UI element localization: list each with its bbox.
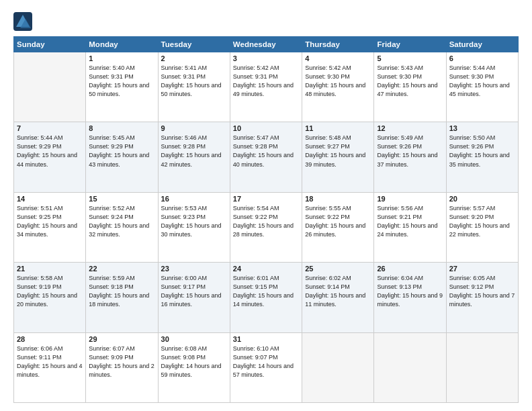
cell-content: Sunrise: 6:04 AM Sunset: 9:13 PM Dayligh… — [377, 274, 443, 309]
day-number: 13 — [449, 124, 515, 132]
day-number: 26 — [377, 265, 443, 273]
calendar-cell: 24Sunrise: 6:01 AM Sunset: 9:15 PM Dayli… — [230, 263, 302, 332]
cell-content: Sunrise: 5:42 AM Sunset: 9:30 PM Dayligh… — [305, 64, 371, 99]
calendar-cell: 21Sunrise: 5:58 AM Sunset: 9:19 PM Dayli… — [14, 263, 86, 332]
cell-content: Sunrise: 5:50 AM Sunset: 9:26 PM Dayligh… — [449, 134, 515, 169]
calendar-cell: 28Sunrise: 6:06 AM Sunset: 9:11 PM Dayli… — [14, 332, 86, 402]
calendar-cell: 11Sunrise: 5:48 AM Sunset: 9:27 PM Dayli… — [302, 122, 374, 192]
cell-content: Sunrise: 6:02 AM Sunset: 9:14 PM Dayligh… — [305, 274, 371, 309]
day-number: 11 — [305, 124, 371, 132]
cell-content: Sunrise: 5:56 AM Sunset: 9:21 PM Dayligh… — [377, 204, 443, 239]
day-number: 9 — [161, 124, 227, 132]
calendar-cell: 20Sunrise: 5:57 AM Sunset: 9:20 PM Dayli… — [446, 192, 518, 262]
cell-content: Sunrise: 5:57 AM Sunset: 9:20 PM Dayligh… — [449, 204, 515, 239]
cell-content: Sunrise: 6:07 AM Sunset: 9:09 PM Dayligh… — [89, 345, 154, 379]
day-number: 31 — [233, 335, 299, 343]
day-number: 23 — [161, 265, 227, 273]
day-number: 5 — [377, 54, 443, 62]
cell-content: Sunrise: 5:49 AM Sunset: 9:26 PM Dayligh… — [377, 134, 443, 169]
cell-content: Sunrise: 6:00 AM Sunset: 9:17 PM Dayligh… — [161, 274, 227, 309]
calendar-cell: 30Sunrise: 6:08 AM Sunset: 9:08 PM Dayli… — [158, 332, 230, 402]
calendar-week-row: 7Sunrise: 5:44 AM Sunset: 9:29 PM Daylig… — [14, 122, 519, 192]
header — [13, 12, 519, 31]
day-number: 16 — [161, 195, 227, 203]
cell-content: Sunrise: 6:06 AM Sunset: 9:11 PM Dayligh… — [17, 345, 83, 379]
calendar-cell: 29Sunrise: 6:07 AM Sunset: 9:09 PM Dayli… — [86, 332, 158, 402]
day-number: 21 — [17, 265, 83, 273]
calendar-cell: 14Sunrise: 5:51 AM Sunset: 9:25 PM Dayli… — [14, 192, 86, 262]
day-number: 4 — [305, 54, 371, 62]
calendar-cell: 31Sunrise: 6:10 AM Sunset: 9:07 PM Dayli… — [230, 332, 302, 402]
day-number: 10 — [233, 124, 299, 132]
calendar-week-row: 1Sunrise: 5:40 AM Sunset: 9:31 PM Daylig… — [14, 52, 519, 122]
calendar-cell: 25Sunrise: 6:02 AM Sunset: 9:14 PM Dayli… — [302, 263, 374, 332]
column-header-monday: Monday — [86, 37, 158, 52]
calendar-cell: 16Sunrise: 5:53 AM Sunset: 9:23 PM Dayli… — [158, 192, 230, 262]
cell-content: Sunrise: 6:01 AM Sunset: 9:15 PM Dayligh… — [233, 274, 299, 309]
day-number: 7 — [17, 124, 83, 132]
calendar-cell: 23Sunrise: 6:00 AM Sunset: 9:17 PM Dayli… — [158, 263, 230, 332]
day-number: 30 — [161, 335, 227, 343]
day-number: 29 — [89, 335, 154, 343]
column-header-saturday: Saturday — [446, 37, 518, 52]
calendar-cell: 19Sunrise: 5:56 AM Sunset: 9:21 PM Dayli… — [374, 192, 446, 262]
calendar-cell: 15Sunrise: 5:52 AM Sunset: 9:24 PM Dayli… — [86, 192, 158, 262]
calendar-cell — [14, 52, 86, 122]
cell-content: Sunrise: 5:52 AM Sunset: 9:24 PM Dayligh… — [89, 204, 154, 239]
calendar-cell: 2Sunrise: 5:41 AM Sunset: 9:31 PM Daylig… — [158, 52, 230, 122]
cell-content: Sunrise: 5:54 AM Sunset: 9:22 PM Dayligh… — [233, 204, 299, 239]
day-number: 6 — [449, 54, 515, 62]
cell-content: Sunrise: 5:45 AM Sunset: 9:29 PM Dayligh… — [89, 134, 154, 169]
logo — [13, 12, 35, 31]
cell-content: Sunrise: 6:05 AM Sunset: 9:12 PM Dayligh… — [449, 274, 515, 309]
calendar-cell — [446, 332, 518, 402]
cell-content: Sunrise: 5:47 AM Sunset: 9:28 PM Dayligh… — [233, 134, 299, 169]
calendar-cell: 4Sunrise: 5:42 AM Sunset: 9:30 PM Daylig… — [302, 52, 374, 122]
day-number: 18 — [305, 195, 371, 203]
day-number: 2 — [161, 54, 227, 62]
day-number: 14 — [17, 195, 83, 203]
cell-content: Sunrise: 5:41 AM Sunset: 9:31 PM Dayligh… — [161, 64, 227, 99]
calendar-cell: 5Sunrise: 5:43 AM Sunset: 9:30 PM Daylig… — [374, 52, 446, 122]
column-header-thursday: Thursday — [302, 37, 374, 52]
day-number: 17 — [233, 195, 299, 203]
day-number: 27 — [449, 265, 515, 273]
logo-icon — [13, 12, 32, 31]
calendar-week-row: 28Sunrise: 6:06 AM Sunset: 9:11 PM Dayli… — [14, 332, 519, 402]
calendar-cell: 9Sunrise: 5:46 AM Sunset: 9:28 PM Daylig… — [158, 122, 230, 192]
day-number: 19 — [377, 195, 443, 203]
calendar-cell: 7Sunrise: 5:44 AM Sunset: 9:29 PM Daylig… — [14, 122, 86, 192]
day-number: 25 — [305, 265, 371, 273]
day-number: 15 — [89, 195, 154, 203]
day-number: 28 — [17, 335, 83, 343]
cell-content: Sunrise: 5:40 AM Sunset: 9:31 PM Dayligh… — [89, 64, 154, 99]
day-number: 24 — [233, 265, 299, 273]
calendar-cell: 22Sunrise: 5:59 AM Sunset: 9:18 PM Dayli… — [86, 263, 158, 332]
calendar-table: SundayMondayTuesdayWednesdayThursdayFrid… — [13, 36, 519, 403]
cell-content: Sunrise: 5:46 AM Sunset: 9:28 PM Dayligh… — [161, 134, 227, 169]
cell-content: Sunrise: 5:59 AM Sunset: 9:18 PM Dayligh… — [89, 274, 154, 309]
cell-content: Sunrise: 5:43 AM Sunset: 9:30 PM Dayligh… — [377, 64, 443, 99]
column-header-wednesday: Wednesday — [230, 37, 302, 52]
calendar-cell: 6Sunrise: 5:44 AM Sunset: 9:30 PM Daylig… — [446, 52, 518, 122]
calendar-cell: 26Sunrise: 6:04 AM Sunset: 9:13 PM Dayli… — [374, 263, 446, 332]
day-number: 3 — [233, 54, 299, 62]
cell-content: Sunrise: 6:08 AM Sunset: 9:08 PM Dayligh… — [161, 345, 227, 379]
cell-content: Sunrise: 5:53 AM Sunset: 9:23 PM Dayligh… — [161, 204, 227, 239]
calendar-week-row: 14Sunrise: 5:51 AM Sunset: 9:25 PM Dayli… — [14, 192, 519, 262]
day-number: 12 — [377, 124, 443, 132]
cell-content: Sunrise: 5:48 AM Sunset: 9:27 PM Dayligh… — [305, 134, 371, 169]
calendar-cell: 17Sunrise: 5:54 AM Sunset: 9:22 PM Dayli… — [230, 192, 302, 262]
calendar-cell: 18Sunrise: 5:55 AM Sunset: 9:22 PM Dayli… — [302, 192, 374, 262]
day-number: 22 — [89, 265, 154, 273]
cell-content: Sunrise: 5:42 AM Sunset: 9:31 PM Dayligh… — [233, 64, 299, 99]
calendar-header-row: SundayMondayTuesdayWednesdayThursdayFrid… — [14, 37, 519, 52]
calendar-cell: 10Sunrise: 5:47 AM Sunset: 9:28 PM Dayli… — [230, 122, 302, 192]
calendar-cell — [374, 332, 446, 402]
cell-content: Sunrise: 5:51 AM Sunset: 9:25 PM Dayligh… — [17, 204, 83, 239]
cell-content: Sunrise: 6:10 AM Sunset: 9:07 PM Dayligh… — [233, 345, 299, 379]
column-header-friday: Friday — [374, 37, 446, 52]
day-number: 1 — [89, 54, 154, 62]
calendar-cell: 27Sunrise: 6:05 AM Sunset: 9:12 PM Dayli… — [446, 263, 518, 332]
cell-content: Sunrise: 5:44 AM Sunset: 9:30 PM Dayligh… — [449, 64, 515, 99]
